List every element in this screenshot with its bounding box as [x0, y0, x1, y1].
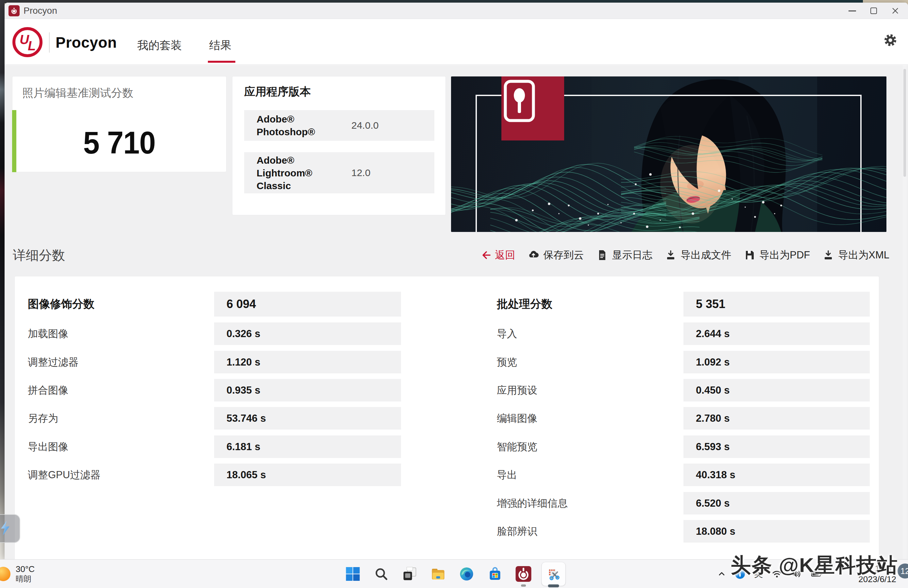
version-row: Adobe® Photoshop® 24.0.0: [244, 110, 435, 141]
arrow-left-icon: [480, 249, 491, 261]
metric-label: 脸部辨识: [497, 520, 537, 543]
search-icon: [374, 567, 388, 581]
store-button[interactable]: [485, 559, 506, 588]
metric-label: 预览: [497, 351, 517, 373]
metric-value: 18.080 s: [683, 520, 870, 543]
snipping-tool-icon: [546, 566, 561, 582]
edge-icon: [459, 566, 474, 582]
sun-icon: [0, 567, 10, 581]
ul-logo-icon: UL: [13, 27, 42, 57]
metric-label: 导入: [497, 323, 517, 345]
scrollbar[interactable]: [903, 65, 907, 559]
batch-title: 批处理分数: [497, 292, 552, 316]
snipping-tool-button[interactable]: [541, 559, 566, 588]
hero-image: [451, 76, 886, 232]
watermark: 头条 @K星科技站: [731, 551, 898, 579]
details-heading: 详细分数: [13, 246, 65, 264]
search-button[interactable]: [371, 559, 392, 588]
app-name: Adobe® Lightroom® Classic: [257, 154, 342, 192]
show-log-button[interactable]: 显示日志: [596, 248, 652, 262]
content-area: 照片编辑基准测试分数 5 710 应用程序版本 Adobe® Photoshop…: [5, 65, 908, 559]
gear-icon: [884, 33, 897, 47]
batch-score: 5 351: [683, 292, 870, 316]
floating-capture-widget[interactable]: [0, 514, 20, 543]
maximize-icon: [870, 8, 877, 14]
app-version: 12.0: [351, 167, 370, 178]
weather-condition: 晴朗: [16, 574, 35, 584]
metric-value: 0.935 s: [214, 379, 401, 402]
chevron-up-icon[interactable]: [718, 570, 726, 578]
export-file-button[interactable]: 导出成文件: [665, 248, 731, 262]
tab-my-suites[interactable]: 我的套装: [137, 38, 182, 53]
start-icon: [345, 566, 360, 582]
metric-value: 6.520 s: [683, 492, 870, 514]
notification-count-badge[interactable]: 12: [898, 564, 908, 578]
result-actions: 返回 保存到云 显示日志 导出成文件 导出为PDF 导出为XML: [480, 248, 889, 262]
active-app-indicator: [548, 585, 559, 587]
download-tray-icon: [665, 249, 676, 261]
start-button[interactable]: [342, 559, 364, 588]
metric-value: 40.318 s: [683, 464, 870, 486]
weather-widget[interactable]: 30°C 晴朗: [0, 559, 35, 588]
metric-value: 1.120 s: [214, 351, 401, 373]
metric-value: 2.780 s: [683, 407, 870, 430]
titlebar[interactable]: Procyon: [5, 3, 908, 19]
desktop-left-strip: [0, 0, 5, 559]
active-tab-underline: [208, 61, 235, 63]
task-view-icon: [402, 566, 417, 582]
minimize-button[interactable]: [841, 3, 863, 19]
version-row: Adobe® Lightroom® Classic 12.0: [244, 152, 435, 193]
procyon-taskbar-button[interactable]: [513, 559, 534, 588]
floppy-save-icon: [744, 249, 755, 261]
window-controls: [841, 3, 906, 19]
export-pdf-button[interactable]: 导出为PDF: [744, 248, 810, 262]
close-button[interactable]: [884, 3, 906, 19]
metric-value: 1.092 s: [683, 351, 870, 373]
metric-label: 增强的详细信息: [497, 492, 568, 514]
procyon-window: Procyon UL Procyon 我的套装 结果: [5, 3, 908, 559]
procyon-logo-icon: [8, 5, 19, 16]
metric-label: 智能预览: [497, 435, 537, 458]
minimize-icon: [848, 10, 856, 11]
metric-value: 6.181 s: [214, 435, 401, 458]
metric-value: 18.065 s: [214, 464, 401, 486]
weather-temp: 30°C: [16, 564, 35, 574]
detail-scores-card: 图像修饰分数 6 094 加载图像 0.326 s 调整过滤器 1.120 s …: [14, 276, 879, 559]
app-name: Adobe® Photoshop®: [257, 113, 342, 138]
download-tray-icon: [823, 249, 834, 261]
metric-label: 加载图像: [28, 323, 68, 345]
metric-label: 调整GPU过滤器: [28, 464, 100, 486]
overall-score-value: 5 710: [19, 125, 220, 161]
edge-button[interactable]: [456, 559, 477, 588]
export-xml-button[interactable]: 导出为XML: [823, 248, 889, 262]
metric-value: 2.644 s: [683, 323, 870, 345]
taskbar-icons: [342, 559, 566, 588]
tab-results[interactable]: 结果: [209, 38, 232, 53]
window-title: Procyon: [24, 6, 57, 16]
overall-score-card: 照片编辑基准测试分数 5 710: [12, 76, 227, 172]
settings-button[interactable]: [883, 33, 898, 47]
hero-wave-mesh: [451, 76, 886, 232]
store-icon: [487, 566, 502, 582]
save-to-cloud-button[interactable]: 保存到云: [528, 248, 584, 262]
retouch-title: 图像修饰分数: [28, 292, 95, 316]
maximize-button[interactable]: [863, 3, 884, 19]
metric-label: 调整过滤器: [28, 351, 79, 373]
running-indicator: [521, 585, 526, 587]
scrollbar-thumb[interactable]: [903, 69, 906, 177]
cloud-upload-icon: [528, 249, 539, 261]
score-card-title: 照片编辑基准测试分数: [22, 85, 134, 101]
metric-value: 0.326 s: [214, 323, 401, 345]
file-explorer-button[interactable]: [428, 559, 449, 588]
metric-label: 编辑图像: [497, 407, 537, 430]
close-icon: [891, 7, 899, 15]
brand-divider: [49, 32, 50, 53]
metric-value: 53.746 s: [214, 407, 401, 430]
task-view-button[interactable]: [399, 559, 420, 588]
metric-label: 应用预设: [497, 379, 537, 402]
app-header: UL Procyon 我的套装 结果: [5, 19, 908, 65]
metric-label: 另存为: [28, 407, 58, 430]
back-button[interactable]: 返回: [480, 248, 515, 262]
metric-label: 导出图像: [28, 435, 68, 458]
file-explorer-icon: [430, 566, 446, 582]
